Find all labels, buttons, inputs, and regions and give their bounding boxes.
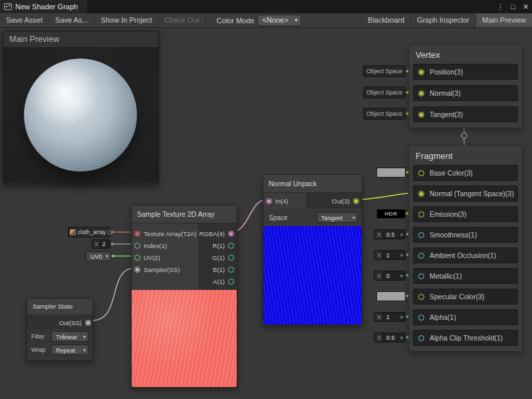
output-b[interactable]: B(1)	[198, 263, 237, 275]
sample-texture-2d-array-node[interactable]: Sample Texture 2D Array Texture Array(T2…	[131, 205, 237, 388]
drag-handle[interactable]	[400, 336, 403, 339]
output-rgba[interactable]: RGBA(4)	[198, 227, 237, 239]
vertex-row-normal[interactable]: Normal(3)	[413, 85, 518, 101]
blackboard-toggle[interactable]: Blackboard	[361, 13, 410, 27]
base-color-swatch[interactable]	[376, 168, 406, 178]
smoothness-port[interactable]	[418, 232, 424, 238]
wrap-dropdown[interactable]: Repeat	[51, 344, 88, 355]
drag-handle[interactable]	[400, 275, 403, 277]
vertex-row-tangent[interactable]: Tangent(3)	[413, 106, 518, 122]
output-g[interactable]: G(1)	[198, 251, 237, 263]
fragment-row-smoothness[interactable]: Smoothness(1)	[413, 227, 518, 243]
tangent-port[interactable]	[418, 112, 424, 118]
show-in-project-button[interactable]: Show In Project	[95, 13, 159, 27]
fragment-row-base-color[interactable]: Base Color(3)	[413, 165, 518, 181]
menu-kebab-icon[interactable]: ⋮	[494, 0, 507, 13]
drag-handle[interactable]	[400, 233, 403, 236]
fragment-block[interactable]: Fragment Base Color(3) Normal (Tangent S…	[408, 145, 523, 352]
document-tab[interactable]: New Shader Graph	[0, 0, 87, 13]
specular-color-swatch[interactable]	[376, 291, 406, 301]
fragment-row-specular-color[interactable]: Specular Color(3)	[413, 289, 518, 305]
ambient-occlusion-port[interactable]	[418, 253, 424, 259]
position-space-dropdown[interactable]: Object Space	[363, 65, 406, 77]
cloth-array-object-field[interactable]: cloth_array	[68, 227, 110, 237]
output-out3[interactable]: Out(3)	[306, 195, 362, 207]
base-color-port[interactable]	[418, 170, 424, 176]
alpha-field[interactable]: X 1	[374, 312, 406, 322]
main-preview-toggle[interactable]: Main Preview	[475, 13, 532, 27]
main-preview-header[interactable]: Main Preview	[3, 31, 158, 48]
b-output-port[interactable]	[228, 267, 234, 273]
filter-label: Filter	[31, 333, 45, 340]
r-output-port[interactable]	[228, 243, 234, 249]
normal-port[interactable]	[418, 90, 424, 96]
metallic-field[interactable]: X 0	[374, 271, 406, 281]
object-picker-icon[interactable]	[108, 230, 112, 235]
fragment-row-alpha[interactable]: Alpha(1)	[413, 309, 518, 325]
output-r[interactable]: R(1)	[198, 239, 237, 251]
a-output-port[interactable]	[228, 279, 234, 285]
emission-port[interactable]	[418, 211, 424, 217]
out-ss-output-port[interactable]	[85, 320, 91, 326]
drag-handle[interactable]	[400, 254, 403, 257]
fragment-row-emission[interactable]: Emission(3)	[413, 206, 518, 222]
normal-unpack-header[interactable]: Normal Unpack	[263, 175, 362, 193]
in4-input-port[interactable]	[266, 198, 272, 204]
ambient-occlusion-field[interactable]: X 1	[374, 250, 406, 260]
save-asset-button[interactable]: Save Asset	[0, 13, 49, 27]
normal-unpack-node[interactable]: Normal Unpack In(4) Out(3) Space Tangent	[263, 174, 362, 325]
vertex-block[interactable]: Vertex Position(3) Normal(3) Tangent(3)	[408, 44, 523, 128]
alpha-port[interactable]	[418, 315, 424, 321]
texture-array-input-port[interactable]	[134, 231, 140, 237]
main-preview-title: Main Preview	[9, 35, 59, 44]
sampler-state-node[interactable]: Sampler State Out(SS) Filter Trilinear W…	[27, 298, 93, 361]
sampler-input-port[interactable]	[134, 267, 140, 273]
fragment-row-normal[interactable]: Normal (Tangent Space)(3)	[413, 186, 518, 201]
fragment-row-ambient-occlusion[interactable]: Ambient Occlusion(1)	[413, 247, 518, 263]
index-input-port[interactable]	[134, 243, 140, 249]
input-uv[interactable]: UV(2)	[132, 251, 198, 263]
metallic-port[interactable]	[418, 273, 424, 279]
output-a[interactable]: A(1)	[198, 275, 237, 287]
vertex-fragment-connector-port	[462, 133, 467, 138]
maximize-icon[interactable]: □	[507, 0, 519, 13]
g-output-port[interactable]	[228, 255, 234, 261]
tangent-space-dropdown[interactable]: Object Space	[363, 108, 406, 120]
main-preview-body	[3, 48, 158, 182]
smoothness-field[interactable]: X 0.5	[374, 229, 406, 239]
filter-property-row: Filter Trilinear	[27, 330, 92, 343]
drag-handle[interactable]	[400, 316, 403, 319]
normal-tangent-port[interactable]	[418, 191, 424, 197]
emission-hdr-field[interactable]: HDR	[376, 209, 406, 219]
input-in4[interactable]: In(4)	[263, 195, 306, 207]
sample-node-header[interactable]: Sample Texture 2D Array	[132, 205, 237, 223]
index-value-field[interactable]: X 2	[92, 239, 110, 249]
filter-dropdown[interactable]: Trilinear	[51, 331, 88, 342]
rgba-output-port[interactable]	[228, 231, 234, 237]
color-mode-dropdown[interactable]: <None>	[257, 15, 301, 26]
input-sampler[interactable]: Sampler(SS)	[132, 263, 198, 275]
sampler-state-header[interactable]: Sampler State	[27, 299, 92, 315]
position-port[interactable]	[418, 69, 424, 75]
input-index[interactable]: Index(1)	[132, 239, 198, 251]
edge-samplerstate-to-sampler	[92, 268, 135, 321]
uv-channel-dropdown[interactable]: UV0	[86, 251, 111, 261]
specular-color-port[interactable]	[418, 294, 424, 300]
uv-input-port[interactable]	[134, 255, 140, 261]
vertex-row-position[interactable]: Position(3)	[413, 64, 518, 80]
output-out-ss[interactable]: Out(SS)	[27, 315, 92, 330]
space-dropdown[interactable]: Tangent	[317, 212, 358, 223]
fragment-row-alpha-clip[interactable]: Alpha Clip Threshold(1)	[413, 330, 518, 346]
preview-sphere	[24, 59, 137, 172]
alpha-clip-threshold-port[interactable]	[418, 335, 424, 341]
out3-output-port[interactable]	[353, 198, 359, 204]
save-as-button[interactable]: Save As...	[49, 13, 95, 27]
graph-inspector-toggle[interactable]: Graph Inspector	[410, 13, 475, 27]
fragment-row-metallic[interactable]: Metallic(1)	[413, 268, 518, 284]
alpha-clip-threshold-field[interactable]: X 0.5	[374, 332, 406, 342]
close-icon[interactable]: ✕	[519, 0, 532, 13]
main-preview-panel: Main Preview	[3, 31, 159, 184]
normal-space-dropdown[interactable]: Object Space	[363, 86, 406, 98]
sampled-texture-preview	[132, 290, 237, 387]
input-texture-array[interactable]: Texture Array(T2A)	[132, 227, 198, 239]
